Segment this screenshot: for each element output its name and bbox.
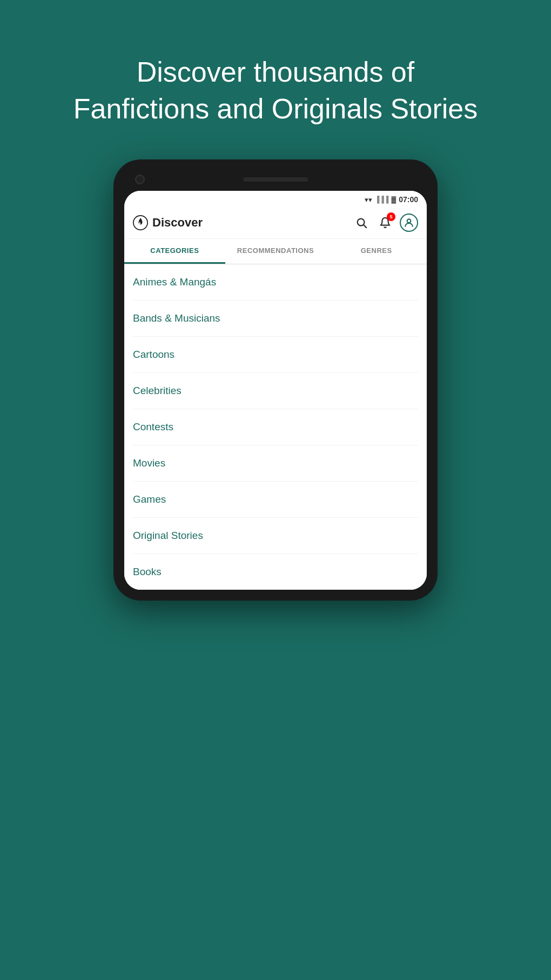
status-bar: ▾▾ ▐▐▐ ▓ 07:00 [124,191,427,208]
tab-genres[interactable]: GENRES [326,239,427,264]
hero-title: Discover thousands of Fanfictions and Or… [0,0,551,159]
category-item-bands[interactable]: Bands & Musicians [133,301,418,337]
app-header: Discover 5 [124,208,427,239]
category-item-celebrities[interactable]: Celebrities [133,373,418,409]
svg-line-2 [364,225,366,228]
speaker [243,177,308,182]
signal-icon: ▐▐▐ [375,196,389,203]
status-icons: ▾▾ ▐▐▐ ▓ 07:00 [365,195,418,204]
category-item-original-stories[interactable]: Original Stories [133,518,418,554]
notifications-button[interactable]: 5 [376,214,394,232]
front-camera [135,175,145,184]
svg-point-3 [407,219,411,223]
tab-categories[interactable]: CATEGORIES [124,239,225,264]
profile-button[interactable] [400,214,418,232]
tab-recommendations[interactable]: RECOMMENDATIONS [225,239,326,264]
phone-screen: ▾▾ ▐▐▐ ▓ 07:00 Discover [124,191,427,590]
categories-list: Animes & MangásBands & MusiciansCartoons… [124,264,427,590]
header-actions: 5 [352,214,418,232]
search-button[interactable] [352,214,371,232]
notification-badge: 5 [387,212,395,221]
status-time: 07:00 [399,195,418,204]
category-item-games[interactable]: Games [133,482,418,518]
wifi-icon: ▾▾ [365,196,372,204]
battery-icon: ▓ [391,196,396,203]
tabs-container: CATEGORIES RECOMMENDATIONS GENRES [124,239,427,264]
app-title-container: Discover [133,215,203,230]
category-item-contests[interactable]: Contests [133,409,418,445]
phone-frame: ▾▾ ▐▐▐ ▓ 07:00 Discover [113,159,438,601]
app-title: Discover [152,216,203,230]
app-logo-icon [133,215,148,230]
category-item-cartoons[interactable]: Cartoons [133,337,418,373]
category-item-books[interactable]: Books [133,554,418,590]
category-item-animes[interactable]: Animes & Mangás [133,264,418,301]
phone-top-bar [124,170,427,191]
category-item-movies[interactable]: Movies [133,445,418,482]
